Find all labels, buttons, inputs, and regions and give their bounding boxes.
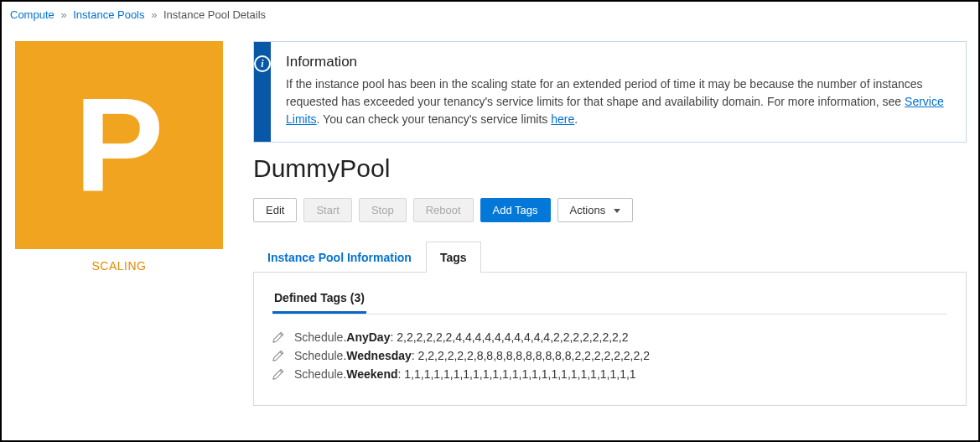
start-button: Start	[303, 198, 351, 222]
info-text: If the instance pool has been in the sca…	[286, 75, 951, 128]
tab-tags[interactable]: Tags	[426, 242, 481, 273]
tag-row: Schedule.Weekend: 1,1,1,1,1,1,1,1,1,1,1,…	[272, 365, 947, 383]
pencil-icon[interactable]	[272, 331, 284, 343]
action-button-row: Edit Start Stop Reboot Add Tags Actions	[253, 198, 967, 222]
info-text-mid: . You can check your tenancy's service l…	[317, 112, 552, 126]
tag-namespace: Schedule	[294, 349, 343, 362]
sub-tab-bar: Defined Tags (3)	[272, 288, 947, 315]
add-tags-button[interactable]: Add Tags	[480, 198, 551, 222]
breadcrumb-link-compute[interactable]: Compute	[10, 8, 54, 21]
info-icon: i	[254, 55, 271, 72]
tab-bar: Instance Pool Information Tags	[253, 241, 967, 273]
tag-namespace: Schedule	[294, 330, 343, 344]
info-text-post: .	[574, 112, 578, 126]
tag-namespace: Schedule	[294, 367, 343, 381]
tag-key: Weekend	[346, 367, 397, 381]
pencil-icon[interactable]	[272, 368, 284, 380]
tag-row: Schedule.Wednesday: 2,2,2,2,2,2,8,8,8,8,…	[272, 346, 947, 365]
tab-instance-pool-info[interactable]: Instance Pool Information	[253, 242, 426, 273]
chevron-down-icon	[614, 209, 620, 213]
tag-value: 2,2,2,2,2,2,4,4,4,4,4,4,4,4,4,4,2,2,2,2,…	[397, 330, 628, 344]
tags-panel: Defined Tags (3) Schedule.AnyDay: 2,2,2,…	[253, 273, 967, 406]
defined-tags-subtab[interactable]: Defined Tags (3)	[272, 288, 366, 314]
page-title: DummyPool	[253, 154, 967, 183]
tag-text: Schedule.Weekend: 1,1,1,1,1,1,1,1,1,1,1,…	[294, 367, 636, 381]
tile-letter: P	[75, 68, 164, 222]
info-banner: i Information If the instance pool has b…	[253, 41, 967, 143]
status-label: SCALING	[92, 259, 147, 273]
breadcrumb-sep: »	[57, 8, 70, 21]
resource-tile: P	[15, 41, 223, 249]
breadcrumb-sep: »	[148, 8, 160, 21]
info-heading: Information	[286, 54, 951, 70]
tag-text: Schedule.AnyDay: 2,2,2,2,2,2,4,4,4,4,4,4…	[294, 330, 629, 344]
stop-button: Stop	[359, 198, 407, 222]
edit-button[interactable]: Edit	[253, 198, 297, 222]
here-link[interactable]: here	[551, 112, 574, 126]
tags-list: Schedule.AnyDay: 2,2,2,2,2,2,4,4,4,4,4,4…	[272, 328, 947, 383]
breadcrumb-link-instance-pools[interactable]: Instance Pools	[73, 8, 144, 21]
tag-key: AnyDay	[346, 330, 390, 344]
tag-row: Schedule.AnyDay: 2,2,2,2,2,2,4,4,4,4,4,4…	[272, 328, 947, 346]
tag-value: 2,2,2,2,2,2,8,8,8,8,8,8,8,8,8,8,2,2,2,2,…	[418, 349, 650, 362]
tag-value: 1,1,1,1,1,1,1,1,1,1,1,1,1,1,1,1,1,1,1,1,…	[404, 367, 635, 381]
tag-key: Wednesday	[346, 349, 412, 362]
actions-button[interactable]: Actions	[557, 198, 633, 222]
reboot-button: Reboot	[413, 198, 474, 222]
breadcrumb-current: Instance Pool Details	[163, 8, 266, 21]
info-icon-strip: i	[254, 42, 271, 142]
breadcrumb: Compute » Instance Pools » Instance Pool…	[2, 2, 978, 26]
actions-button-label: Actions	[570, 204, 606, 216]
tag-text: Schedule.Wednesday: 2,2,2,2,2,2,8,8,8,8,…	[294, 349, 650, 362]
pencil-icon[interactable]	[272, 350, 284, 361]
info-text-pre: If the instance pool has been in the sca…	[286, 77, 923, 108]
